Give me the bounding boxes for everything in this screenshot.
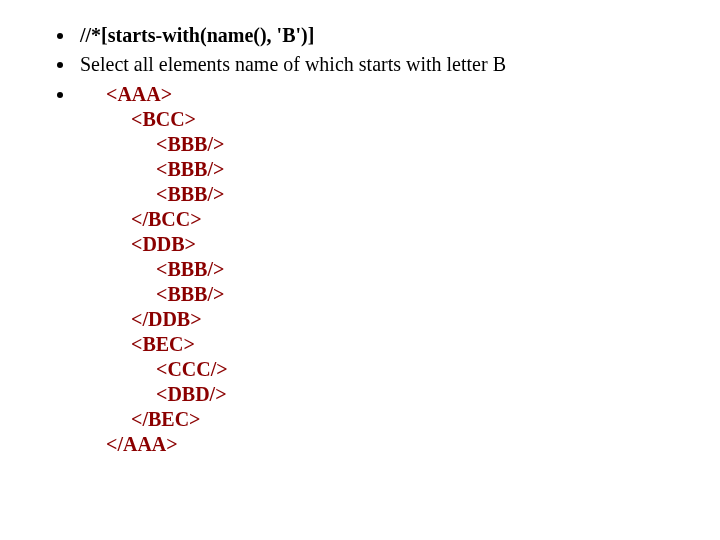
xpath-expression: //*[starts-with(name(), 'B')] bbox=[80, 24, 314, 46]
description-text: Select all elements name of which starts… bbox=[80, 53, 506, 75]
bullet-code: <AAA> <BCC> <BBB/> <BBB/> <BBB/> </BCC> … bbox=[76, 82, 720, 457]
bullet-xpath: //*[starts-with(name(), 'B')] bbox=[76, 24, 720, 47]
slide-content: //*[starts-with(name(), 'B')] Select all… bbox=[0, 0, 720, 457]
bullet-list: //*[starts-with(name(), 'B')] Select all… bbox=[48, 24, 720, 457]
bullet-description: Select all elements name of which starts… bbox=[76, 53, 720, 76]
xml-code-block: <AAA> <BCC> <BBB/> <BBB/> <BBB/> </BCC> … bbox=[106, 82, 720, 457]
